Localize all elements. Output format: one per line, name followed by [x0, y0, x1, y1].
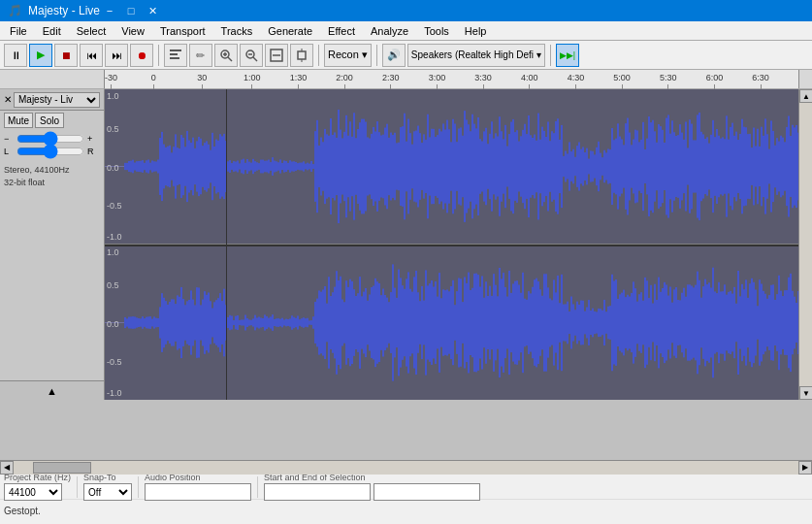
waveform-canvas [105, 89, 798, 400]
ruler-tick: 4:00 [521, 73, 538, 89]
hscroll-thumb[interactable] [33, 462, 91, 474]
track-info-line2: 32-bit float [4, 177, 100, 189]
statusbar-top: Project Rate (Hz) 44100 Snap-To Off Bar … [0, 475, 812, 500]
horizontal-scrollbar[interactable]: ◀ ▶ [0, 460, 812, 474]
empty-area [0, 400, 812, 460]
vscroll-down-button[interactable]: ▼ [799, 386, 812, 400]
transport-toolbar: ⏸ ▶ ⏹ ⏮ ⏭ ⏺ ✏ Recon ▾ 🔊 Speakers (Realte… [0, 41, 812, 70]
track-close-button[interactable]: ✕ [4, 94, 12, 105]
gain-minus-label: − [4, 134, 14, 144]
snap-to-label: Snap-To [83, 473, 132, 482]
waveform-area [105, 89, 798, 400]
skip-start-button[interactable]: ⏮ [80, 44, 103, 67]
collapse-icon: ▲ [47, 385, 57, 397]
hscroll-right-button[interactable]: ▶ [798, 461, 812, 475]
fit-view[interactable] [265, 44, 288, 67]
menu-item-select[interactable]: Select [69, 21, 114, 41]
play-button[interactable]: ▶ [29, 44, 52, 67]
track-name-select[interactable]: Majesty - Liv [14, 92, 100, 108]
status-sep-2 [138, 476, 139, 498]
ruler-tick: 0 [151, 73, 156, 89]
pan-r-label: R [87, 147, 97, 156]
ruler-tick: 30 [197, 73, 207, 89]
track-buttons: Mute Solo [0, 111, 104, 130]
titlebar: 🎵 Majesty - Live − □ ✕ [0, 0, 812, 21]
vertical-scrollbar[interactable]: ▲ ▼ [798, 89, 812, 400]
ruler-bar: -300301:001:302:002:303:003:304:004:305:… [0, 70, 812, 89]
ruler-tick: 6:00 [706, 73, 724, 89]
tool-select[interactable] [164, 44, 187, 67]
ruler-tick: 3:00 [429, 73, 446, 89]
zoom-in[interactable] [214, 44, 238, 67]
svg-line-5 [228, 57, 232, 61]
menu-item-view[interactable]: View [114, 21, 152, 41]
menu-item-file[interactable]: File [2, 21, 35, 41]
titlebar-title: Majesty - Live [28, 4, 100, 17]
pan-l-label: L [4, 147, 14, 156]
pan-slider[interactable] [16, 147, 84, 156]
menu-item-tracks[interactable]: Tracks [213, 21, 261, 41]
skip-end-button[interactable]: ⏭ [105, 44, 128, 67]
menu-item-effect[interactable]: Effect [320, 21, 363, 41]
ruler-vscroll-spacer [798, 70, 812, 88]
status-sep-3 [257, 476, 258, 498]
svg-rect-13 [298, 51, 306, 59]
menu-item-transport[interactable]: Transport [152, 21, 213, 41]
minimize-button[interactable]: − [100, 2, 119, 19]
tool-draw[interactable]: ✏ [189, 44, 212, 67]
stop-button[interactable]: ⏹ [54, 44, 78, 67]
menu-item-tools[interactable]: Tools [416, 21, 457, 41]
svg-text:✏: ✏ [196, 49, 206, 61]
window-controls: − □ ✕ [100, 2, 162, 19]
mute-button[interactable]: Mute [4, 113, 33, 128]
pause-button[interactable]: ⏸ [4, 44, 27, 67]
ruler-tick: -30 [105, 73, 117, 89]
gain-slider-row: − + [4, 134, 100, 144]
speaker-select[interactable]: Speakers (Realtek High Defi ▾ [407, 44, 545, 67]
recon-button[interactable]: Recon ▾ [324, 44, 372, 67]
volume-button[interactable]: 🔊 [382, 44, 406, 67]
status-text: Gestopt. [4, 506, 41, 516]
ruler-tick: 1:00 [244, 73, 261, 89]
pan-slider-row: L R [4, 147, 100, 156]
playback-indicator[interactable]: ▶▶| [556, 44, 579, 67]
ruler-tick: 2:30 [382, 73, 400, 89]
snap-to-select[interactable]: Off Bar [83, 483, 132, 501]
project-rate-label: Project Rate (Hz) [4, 473, 71, 482]
selection-start-input[interactable]: 00 h 01 m 12.763 s [264, 483, 371, 501]
menu-item-help[interactable]: Help [457, 21, 495, 41]
solo-button[interactable]: Solo [35, 113, 64, 128]
statusbar-bottom: Gestopt. [0, 500, 812, 521]
selection-field: Start and End of Selection 00 h 01 m 12.… [264, 473, 480, 501]
status-sep-1 [77, 476, 78, 498]
project-rate-select[interactable]: 44100 [4, 483, 62, 501]
svg-rect-1 [170, 53, 178, 55]
ruler-tick: 5:00 [613, 73, 631, 89]
ruler-tick: 5:30 [660, 73, 677, 89]
track-collapse-button[interactable]: ▲ [0, 380, 104, 400]
selection-end-input[interactable]: 00 h 01 m 12.763 s [374, 483, 480, 501]
audio-position-input[interactable]: 00 h 01 m 12.763 s [145, 483, 251, 501]
menu-item-generate[interactable]: Generate [260, 21, 320, 41]
playhead [226, 89, 227, 400]
ruler-tick: 2:00 [336, 73, 353, 89]
menubar: FileEditSelectViewTransportTracksGenerat… [0, 21, 812, 41]
track-header: ✕ Majesty - Liv [0, 89, 104, 111]
toolbar-separator-2 [318, 45, 319, 66]
record-button[interactable]: ⏺ [130, 44, 153, 67]
snap-to-field: Snap-To Off Bar [83, 473, 132, 501]
menu-item-analyze[interactable]: Analyze [363, 21, 416, 41]
gain-slider[interactable] [16, 134, 84, 144]
selection-label: Start and End of Selection [264, 473, 480, 482]
statusbar: Project Rate (Hz) 44100 Snap-To Off Bar … [0, 474, 812, 524]
project-rate-field: Project Rate (Hz) 44100 [4, 473, 71, 501]
menu-item-edit[interactable]: Edit [35, 21, 69, 41]
close-button[interactable]: ✕ [143, 2, 162, 19]
zoom-sel[interactable] [290, 44, 313, 67]
svg-rect-2 [170, 57, 179, 59]
vscroll-up-button[interactable]: ▲ [799, 89, 812, 103]
maximize-button[interactable]: □ [121, 2, 141, 19]
hscroll-track[interactable] [14, 461, 798, 475]
vscroll-track[interactable] [799, 103, 812, 386]
zoom-out[interactable] [240, 44, 263, 67]
